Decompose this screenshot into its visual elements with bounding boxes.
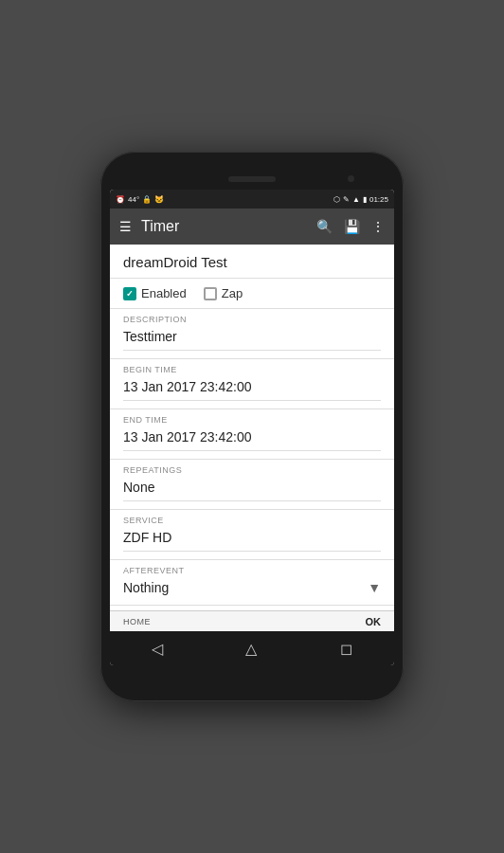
service-underline [123,551,381,552]
app-bar-icons: 🔍 💾 ⋮ [316,219,385,234]
begin-time-section: BEGIN TIME 13 Jan 2017 23:42:00 [110,359,394,409]
app-bar: ☰ Timer 🔍 💾 ⋮ [110,209,394,245]
bluetooth-icon: ⬡ [333,195,340,204]
more-button[interactable]: ⋮ [371,219,385,234]
menu-button[interactable]: ☰ [119,219,132,234]
phone-screen: ⏰ 44° 🔒 🐱 ⬡ ✎ ▲ ▮ 01:25 ☰ Timer 🔍 💾 ⋮ [110,190,394,665]
content-area: dreamDroid Test ✓ Enabled Zap DESCRIPTIO… [110,245,394,610]
phone-shell: ⏰ 44° 🔒 🐱 ⬡ ✎ ▲ ▮ 01:25 ☰ Timer 🔍 💾 ⋮ [100,152,404,701]
checkboxes-row: ✓ Enabled Zap [110,279,394,309]
home-button[interactable]: △ [245,640,257,658]
description-underline [123,350,381,351]
nav-bar: ◁ △ ◻ [110,631,394,665]
begin-time-underline [123,400,381,401]
description-label: DESCRIPTION [123,315,381,324]
status-bar: ⏰ 44° 🔒 🐱 ⬡ ✎ ▲ ▮ 01:25 [110,190,394,209]
zap-label: Zap [222,286,243,300]
status-left: ⏰ 44° 🔒 🐱 [116,195,164,204]
save-button[interactable]: 💾 [344,219,360,234]
service-section: SERVICE ZDF HD [110,510,394,560]
speaker [228,176,276,182]
enabled-check-icon: ✓ [126,289,134,299]
afterevent-label: AFTEREVENT [123,566,381,575]
app-bar-title: Timer [141,218,307,235]
enabled-checkbox[interactable]: ✓ Enabled [123,286,187,300]
enabled-checkbox-box[interactable]: ✓ [123,287,136,300]
afterevent-value: Nothing [123,578,169,597]
zap-checkbox[interactable]: Zap [204,286,243,300]
app-icon: 🐱 [154,195,164,204]
enabled-label: Enabled [141,286,187,300]
bottom-bar: HOME OK [110,610,394,631]
begin-time-label: BEGIN TIME [123,365,381,374]
repeatings-section: REPEATINGS None [110,460,394,510]
lock-icon: 🔒 [142,195,152,204]
temp-icon: 44° [128,195,139,204]
end-time-label: END TIME [123,415,381,425]
phone-bottom [110,665,394,684]
record-title-text: dreamDroid Test [123,254,227,270]
dropdown-arrow-icon: ▼ [368,580,381,595]
home-label: HOME [123,617,151,626]
time-display: 01:25 [369,195,388,204]
afterevent-section[interactable]: AFTEREVENT Nothing ▼ [110,560,394,606]
ok-button[interactable]: OK [366,616,382,627]
description-value[interactable]: Testtimer [123,327,381,346]
phone-top [110,169,394,190]
record-title-section: dreamDroid Test [110,245,394,279]
edit-icon: ✎ [343,195,350,204]
end-time-section: END TIME 13 Jan 2017 23:42:00 [110,409,394,460]
afterevent-dropdown-row[interactable]: Nothing ▼ [123,578,381,597]
zap-checkbox-box[interactable] [204,287,217,300]
description-section: DESCRIPTION Testtimer [110,309,394,359]
status-right: ⬡ ✎ ▲ ▮ 01:25 [333,195,388,204]
repeatings-label: REPEATINGS [123,465,381,475]
end-time-underline [123,450,381,451]
service-value[interactable]: ZDF HD [123,528,381,547]
battery-icon: ▮ [363,195,367,204]
begin-time-value[interactable]: 13 Jan 2017 23:42:00 [123,377,381,396]
recents-button[interactable]: ◻ [340,640,352,658]
search-button[interactable]: 🔍 [316,219,333,234]
back-button[interactable]: ◁ [152,640,163,658]
repeatings-value[interactable]: None [123,478,381,497]
alarm-icon: ⏰ [116,195,125,204]
service-label: SERVICE [123,516,381,525]
repeatings-underline [123,500,381,501]
camera [348,175,354,182]
end-time-value[interactable]: 13 Jan 2017 23:42:00 [123,427,381,446]
wifi-icon: ▲ [352,195,360,204]
